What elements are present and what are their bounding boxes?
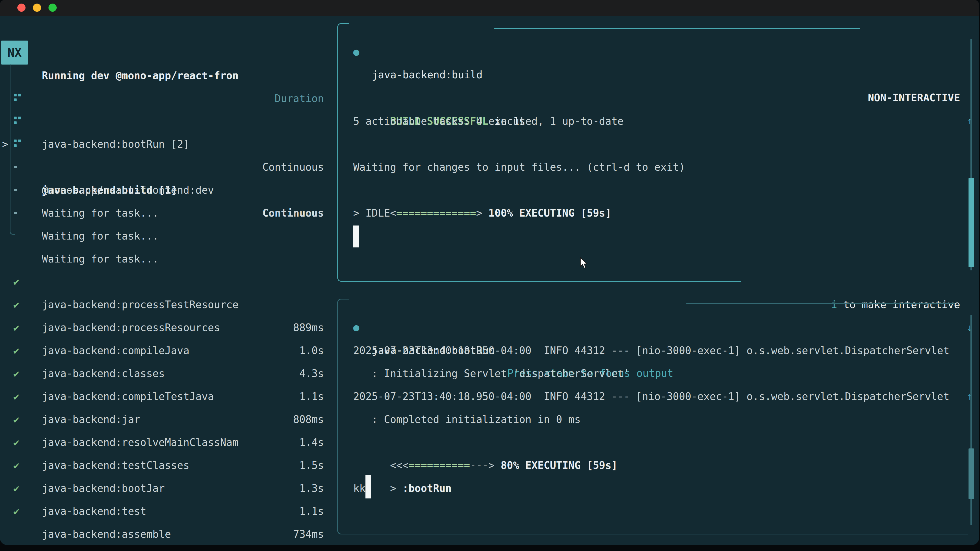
zoom-button[interactable] <box>48 3 57 12</box>
task-row-completed[interactable]: ✔ java-backend:resolveMainClassNam 1.5s <box>0 385 337 408</box>
panel-title: java-backend:build <box>372 63 482 86</box>
progress-label: 80% EXECUTING [59s] <box>495 459 617 471</box>
header-rule <box>686 303 955 304</box>
task-list-header: Running dev @mono-app/react-fron Duratio… <box>0 41 337 64</box>
check-icon: ✔ <box>10 500 22 523</box>
scrollbar-thumb[interactable] <box>969 448 974 499</box>
pending-dot-icon <box>14 212 17 214</box>
build-summary-line: 5 actionable tasks: 4 executed, 1 up-to-… <box>353 110 624 133</box>
progress-bar-fill: ============= <box>396 207 476 219</box>
build-panel-header[interactable]: ● java-backend:build NON-INTERACTIVE ↑ <box>0 17 979 40</box>
bootrun-progress-line: <<<==========---> 80% EXECUTING [59s] <box>353 431 617 454</box>
header-rule <box>494 28 860 29</box>
task-row[interactable]: @mono-app/react-frontend:dev Continuous <box>0 133 337 156</box>
bootrun-panel-header[interactable]: ● java-backend:bootRun Press <tab> to fo… <box>0 293 979 316</box>
minimize-button[interactable] <box>33 3 41 12</box>
progress-close-bracket: > <box>476 207 482 219</box>
task-list-title: Running dev @mono-app/react-fron <box>42 64 239 87</box>
progress-bar-remainder: ---> <box>470 459 495 471</box>
gradle-prompt-line: > :bootRun <box>353 454 452 477</box>
log-line: 2025-07-23T13:40:18.950-04:00 INFO 44312… <box>353 339 950 362</box>
build-status-line: BUILD SUCCESSFUL in 1s <box>353 87 525 110</box>
progress-open-bracket: < <box>390 207 396 219</box>
close-button[interactable] <box>18 3 25 12</box>
log-line: : Initializing Servlet 'dispatcherServle… <box>353 362 630 385</box>
build-progress-line: <=============> 100% EXECUTING [59s] <box>353 179 611 202</box>
task-bullet-icon: ● <box>353 316 360 339</box>
non-interactive-badge: NON-INTERACTIVE <box>868 86 960 109</box>
typed-input-line[interactable]: kk <box>353 477 366 500</box>
progress-label: 100% EXECUTING [59s] <box>482 207 611 219</box>
task-row-selected[interactable]: > java-backend:build [1] Continuous <box>0 110 337 133</box>
task-bullet-icon: ● <box>353 40 360 63</box>
terminal-cursor <box>353 225 359 248</box>
pending-dot-icon <box>14 166 17 168</box>
gradle-idle-line: > IDLE <box>353 202 390 224</box>
window-titlebar <box>0 0 979 16</box>
terminal-window: NX Running dev @mono-app/react-fron Dura… <box>0 0 979 545</box>
task-name: Waiting for task... <box>42 224 159 248</box>
prompt-prefix: > <box>390 483 402 494</box>
task-row-waiting: Waiting for task... <box>0 179 337 202</box>
panel-border-left <box>337 310 338 525</box>
build-panel-footer: i to make interactive ↓ <box>0 270 979 293</box>
pending-dot-icon <box>14 189 17 191</box>
build-waiting-line: Waiting for changes to input files... (c… <box>353 156 685 179</box>
log-line: 2025-07-23T13:40:18.950-04:00 INFO 44312… <box>353 385 950 408</box>
task-row-completed[interactable]: ✔ java-backend:jar 1.4s <box>0 362 337 385</box>
mouse-cursor <box>580 257 589 269</box>
task-row-completed[interactable]: ✔ java-backend:assemble 774ms <box>0 477 337 500</box>
task-row-completed[interactable]: ✔ java-backend:classes 1.1s <box>0 316 337 339</box>
task-name: java-backend:test <box>42 500 146 523</box>
panel-border-left <box>337 34 338 271</box>
scrollbar-thumb[interactable] <box>969 178 974 267</box>
task-row-completed[interactable]: ✔ java-backend:bootJar 1.1s <box>0 431 337 454</box>
task-row-waiting: Waiting for task... <box>0 156 337 179</box>
task-row-waiting: Waiting for task... <box>0 202 337 224</box>
task-row-completed[interactable]: ✔ java-backend:processTestResource 889ms <box>0 247 337 270</box>
task-row[interactable]: java-backend:bootRun [2] Continuous <box>0 87 337 110</box>
log-line: : Completed initialization in 0 ms <box>353 408 581 431</box>
terminal-cursor <box>366 475 371 499</box>
task-row-completed[interactable]: ✔ java-backend:test 734ms <box>0 454 337 477</box>
bootrun-panel-footer: ↓ <box>0 523 979 545</box>
task-duration: 1.1s <box>299 500 324 523</box>
prompt-command: :bootRun <box>402 483 452 494</box>
task-row-completed[interactable]: ✔ java-backend:compileTestJava 808ms <box>0 339 337 362</box>
task-row-completed[interactable]: ✔ java-backend:testClasses 1.3s <box>0 408 337 431</box>
